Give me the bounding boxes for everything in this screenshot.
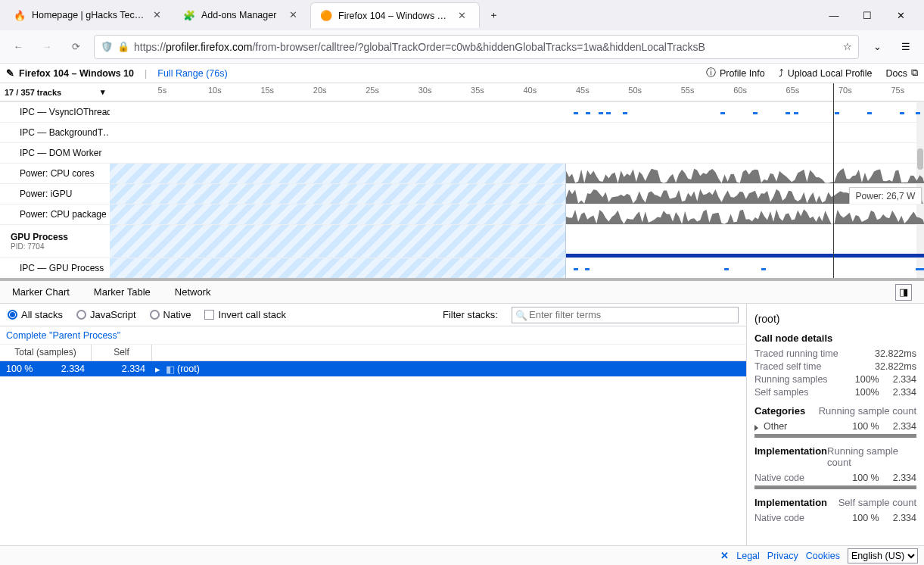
- filter-input[interactable]: [512, 307, 739, 323]
- tab-label: Firefox 104 – Windows 10 – 26/0: [338, 11, 452, 21]
- track-row[interactable]: Power: CPU package: [0, 204, 924, 224]
- track-row[interactable]: IPC — GPU Process: [0, 258, 924, 278]
- browser-tab-strip: 🔥 Homepage | gHacks Technolog ✕ 🧩 Add-on…: [0, 0, 924, 30]
- app-menu-icon[interactable]: ☰: [895, 36, 916, 58]
- sidebar-toggle-icon[interactable]: ◨: [895, 284, 912, 301]
- new-tab-button[interactable]: ＋: [483, 5, 504, 26]
- track-label[interactable]: Power: CPU cores: [0, 164, 110, 183]
- footer-close-icon[interactable]: ✕: [720, 550, 729, 561]
- track-lane[interactable]: [110, 204, 924, 224]
- tab-label: Add-ons Manager: [201, 10, 283, 20]
- close-icon[interactable]: ✕: [458, 10, 470, 22]
- track-label[interactable]: IPC — DOM Worker: [0, 143, 110, 163]
- track-count[interactable]: 17 / 357 tracks▾: [0, 83, 110, 101]
- radio-javascript[interactable]: JavaScript: [76, 309, 136, 320]
- tab-marker-chart[interactable]: Marker Chart: [12, 286, 70, 298]
- radio-native[interactable]: Native: [150, 309, 191, 320]
- footer: ✕ Legal Privacy Cookies English (US): [0, 545, 924, 565]
- shield-icon[interactable]: 🛡️: [101, 41, 113, 52]
- flame-icon: 🔥: [14, 9, 26, 21]
- chevron-down-icon: ▾: [101, 87, 105, 97]
- profiler-icon: 🟠: [320, 10, 332, 22]
- reload-icon[interactable]: ⟳: [65, 36, 86, 58]
- tab-ghacks[interactable]: 🔥 Homepage | gHacks Technolog ✕: [5, 2, 174, 28]
- close-icon[interactable]: ✕: [289, 9, 301, 21]
- cookies-link[interactable]: Cookies: [806, 551, 840, 561]
- breadcrumb[interactable]: Complete "Parent Process": [0, 326, 746, 345]
- edit-icon: ✎: [6, 67, 14, 79]
- power-tooltip: Power: 26,7 W: [849, 187, 922, 204]
- tab-label: Homepage | gHacks Technolog: [32, 10, 147, 20]
- url-bar[interactable]: 🛡️ 🔒 https://profiler.firefox.com/from-b…: [94, 35, 859, 59]
- track-label[interactable]: Power: iGPU: [0, 184, 110, 204]
- timeline-tracks[interactable]: IPC — VsyncIOThreadIPC — BackgroundT…IPC…: [0, 101, 924, 281]
- track-lane[interactable]: [110, 123, 924, 142]
- tab-addons[interactable]: 🧩 Add-ons Manager ✕: [174, 2, 310, 28]
- checkbox-invert-callstack[interactable]: Invert call stack: [204, 309, 286, 320]
- tab-marker-table[interactable]: Marker Table: [94, 286, 151, 298]
- back-icon[interactable]: ←: [8, 36, 29, 58]
- calltree-header: Total (samples) Self: [0, 345, 746, 361]
- radio-all-stacks[interactable]: All stacks: [8, 309, 63, 320]
- window-controls: ― ☐ ✕: [823, 4, 919, 27]
- category-swatch: ◧: [163, 364, 177, 375]
- tab-network[interactable]: Network: [175, 286, 211, 298]
- track-lane[interactable]: [110, 258, 924, 278]
- language-select[interactable]: English (US): [848, 548, 918, 563]
- track-label[interactable]: GPU ProcessPID: 7704: [0, 225, 110, 258]
- timeline-ticks[interactable]: 5s10s15s20s25s30s35s40s45s50s55s60s65s70…: [110, 83, 924, 101]
- search-icon: 🔍: [515, 310, 527, 321]
- track-row[interactable]: IPC — BackgroundT…: [0, 122, 924, 142]
- track-lane[interactable]: [110, 143, 924, 163]
- legal-link[interactable]: Legal: [736, 551, 760, 561]
- track-lane[interactable]: Power: 26,7 W: [110, 184, 924, 204]
- calltree-row-root[interactable]: 100 %2.334 2.334 ▸ ◧ (root): [0, 361, 746, 376]
- privacy-link[interactable]: Privacy: [767, 551, 798, 561]
- track-row[interactable]: IPC — DOM Worker: [0, 142, 924, 163]
- track-lane[interactable]: [110, 102, 924, 122]
- forward-icon[interactable]: →: [36, 36, 58, 58]
- call-node-details: (root) Call node details Traced running …: [747, 304, 924, 545]
- track-label[interactable]: IPC — VsyncIOThread: [0, 102, 110, 122]
- maximize-icon[interactable]: ☐: [856, 4, 879, 27]
- panel-tabs: Marker Chart Marker Table Network ◨: [0, 281, 924, 304]
- url-text: https://profiler.firefox.com/from-browse…: [134, 41, 838, 53]
- lock-icon[interactable]: 🔒: [117, 41, 129, 52]
- tab-profiler[interactable]: 🟠 Firefox 104 – Windows 10 – 26/0 ✕: [310, 2, 480, 28]
- close-window-icon[interactable]: ✕: [889, 4, 912, 27]
- track-row[interactable]: Power: CPU cores: [0, 163, 924, 183]
- stack-filters: All stacks JavaScript Native Invert call…: [0, 304, 746, 326]
- puzzle-icon: 🧩: [183, 9, 195, 21]
- profile-info-link[interactable]: ⓘ Profile Info: [706, 67, 765, 80]
- track-label[interactable]: IPC — BackgroundT…: [0, 123, 110, 142]
- section-call-node-details: Call node details: [754, 332, 916, 344]
- track-label[interactable]: Power: CPU package: [0, 204, 110, 224]
- bookmark-icon[interactable]: ☆: [843, 41, 852, 52]
- upload-profile-link[interactable]: ⤴ Upload Local Profile: [779, 67, 873, 80]
- filter-label: Filter stacks:: [443, 309, 498, 320]
- col-self[interactable]: Self: [91, 345, 151, 361]
- close-icon[interactable]: ✕: [153, 9, 165, 21]
- track-lane[interactable]: [110, 164, 924, 183]
- col-total[interactable]: Total (samples): [0, 345, 91, 361]
- range-link[interactable]: Full Range (76s): [157, 68, 227, 79]
- pocket-icon[interactable]: ⌄: [866, 36, 888, 58]
- timeline-ruler: 17 / 357 tracks▾ 5s10s15s20s25s30s35s40s…: [0, 83, 924, 101]
- track-row[interactable]: IPC — VsyncIOThread: [0, 101, 924, 122]
- expand-icon[interactable]: ▸: [151, 364, 163, 375]
- root-label: (root): [754, 313, 916, 325]
- profiler-top-bar: ✎ Firefox 104 – Windows 10 | Full Range …: [0, 64, 924, 83]
- track-lane[interactable]: [110, 225, 924, 258]
- profile-title[interactable]: ✎ Firefox 104 – Windows 10: [6, 67, 134, 79]
- track-row[interactable]: Power: iGPUPower: 26,7 W: [0, 183, 924, 204]
- track-label[interactable]: IPC — GPU Process: [0, 258, 110, 278]
- nav-bar: ← → ⟳ 🛡️ 🔒 https://profiler.firefox.com/…: [0, 30, 924, 64]
- docs-link[interactable]: Docs ⧉: [886, 67, 918, 80]
- track-row[interactable]: GPU ProcessPID: 7704: [0, 224, 924, 258]
- minimize-icon[interactable]: ―: [823, 4, 845, 27]
